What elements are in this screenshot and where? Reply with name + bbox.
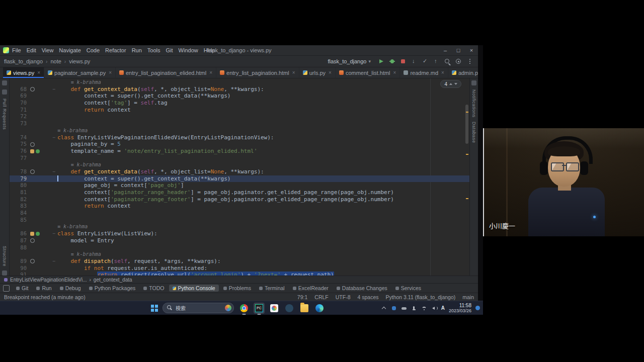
code-editor[interactable]: ≡ k-brahma68− def get_context_data(self,…	[10, 78, 469, 276]
code-line-72[interactable]: 72	[10, 113, 469, 120]
notifications-bell-icon[interactable]	[471, 80, 476, 85]
gutter[interactable]	[10, 161, 57, 168]
line-number[interactable]: 88	[10, 244, 27, 251]
toolwindow-services[interactable]: Services	[392, 285, 425, 292]
line-number[interactable]: 74	[10, 134, 27, 141]
menu-run[interactable]: Run	[132, 47, 142, 53]
menu-window[interactable]: Window	[179, 47, 198, 53]
toolwindow-run[interactable]: Run	[33, 285, 55, 292]
override-marker-icon[interactable]	[30, 87, 35, 92]
code-line-91[interactable]: 91 return redirect(resolve_url('account_…	[10, 272, 469, 276]
gutter[interactable]: 76	[10, 148, 57, 155]
close-tab-icon[interactable]: ×	[37, 70, 40, 75]
line-number[interactable]: 75	[10, 141, 27, 148]
gutter[interactable]: 82	[10, 196, 57, 203]
warning-stripe-mark[interactable]	[466, 112, 468, 113]
tab-paginator-sample-py[interactable]: paginator_sample.py×	[44, 67, 116, 78]
code-line-81[interactable]: 81 context['paginator_range_header'] = p…	[10, 189, 469, 196]
code-line-69[interactable]: 69 context = super().get_context_data(**…	[10, 93, 469, 100]
gutter[interactable]: 70	[10, 100, 57, 107]
menu-git[interactable]: Git	[166, 47, 173, 53]
toolwindow-debug[interactable]: Debug	[56, 285, 85, 292]
code-breadcrumb-0[interactable]: EntryListViewPaginationElidedVi...	[10, 277, 87, 283]
code-line-86[interactable]: 86−class EntryListView(ListView):	[10, 230, 469, 237]
status-utf-8[interactable]: UTF-8	[336, 294, 351, 300]
gutter[interactable]: 72	[10, 113, 57, 120]
gutter[interactable]: 77	[10, 155, 57, 162]
line-number[interactable]: 85	[10, 217, 27, 224]
breadcrumb-flask-to-django[interactable]: flask_to_django	[4, 58, 43, 64]
fold-icon[interactable]: −	[50, 86, 57, 93]
gutter[interactable]: 73	[10, 120, 57, 127]
run-marker-icon[interactable]	[36, 232, 40, 236]
tab-views-py[interactable]: views.py×	[3, 67, 44, 78]
gutter[interactable]: 89−	[10, 258, 57, 265]
toolwindow-python-console[interactable]: Python Console	[169, 285, 219, 292]
gutter[interactable]	[10, 223, 57, 230]
code-line-83[interactable]: 83 return context	[10, 203, 469, 210]
commit-toolwindow-icon[interactable]	[2, 89, 7, 95]
taskbar-app-pycharm[interactable]	[254, 303, 265, 314]
wifi-icon[interactable]	[421, 305, 427, 311]
code-line-76[interactable]: 76 template_name = 'note/entry_list_pagi…	[10, 148, 469, 155]
chevron-up-icon[interactable]	[381, 305, 387, 311]
search-input[interactable]: 検索	[163, 303, 234, 313]
code-line-70[interactable]: 70 context['tag'] = self.tag	[10, 100, 469, 107]
line-number[interactable]: 77	[10, 155, 27, 162]
line-number[interactable]: 70	[10, 100, 27, 107]
taskbar-app-chrome[interactable]	[238, 303, 250, 314]
line-number[interactable]	[10, 79, 27, 86]
status-4-spaces[interactable]: 4 spaces	[357, 294, 378, 300]
line-number[interactable]	[10, 251, 27, 258]
line-number[interactable]	[10, 223, 27, 230]
commit-check-icon[interactable]	[421, 57, 430, 65]
line-number[interactable]: 89	[10, 258, 27, 265]
tab-readme-md[interactable]: readme.md×	[400, 67, 448, 78]
tab-urls-py[interactable]: urls.py×	[299, 67, 336, 78]
code-breadcrumb-1[interactable]: get_context_data	[94, 277, 132, 283]
override-marker-icon[interactable]	[30, 259, 35, 263]
toolwindow-terminal[interactable]: Terminal	[256, 285, 288, 292]
menu-edit[interactable]: Edit	[27, 47, 36, 53]
author-inlay-row[interactable]: ≡ k-brahma	[10, 251, 469, 258]
breadcrumb-views-py[interactable]: views.py	[69, 58, 90, 64]
close-button[interactable]: ×	[468, 47, 475, 53]
gutter[interactable]: 80	[10, 182, 57, 189]
code-line-80[interactable]: 80 page_obj = context['page_obj']	[10, 182, 469, 189]
gutter[interactable]: 91	[10, 272, 57, 276]
gutter[interactable]: 90	[10, 265, 57, 272]
project-toolwindow-icon[interactable]	[2, 80, 7, 85]
toolwindow-database-changes[interactable]: Database Changes	[333, 285, 391, 292]
fold-icon[interactable]: −	[50, 134, 57, 141]
line-number[interactable]: 78	[10, 168, 27, 175]
code-line-68[interactable]: 68− def get_context_data(self, *, object…	[10, 86, 469, 93]
code-line-77[interactable]: 77	[10, 155, 469, 162]
template-marker-icon[interactable]	[30, 232, 34, 236]
line-number[interactable]: 79	[10, 175, 27, 183]
line-number[interactable]: 86	[10, 230, 27, 237]
close-tab-icon[interactable]: ×	[209, 70, 212, 75]
author-inlay-row[interactable]: ≡ k-brahma	[10, 161, 469, 168]
notification-badge[interactable]	[475, 306, 480, 310]
line-number[interactable]: 90	[10, 265, 27, 272]
git-update-icon[interactable]	[410, 57, 419, 65]
volume-icon[interactable]	[431, 305, 437, 311]
line-number[interactable]: 87	[10, 237, 27, 244]
toolwindow-switcher-icon[interactable]	[3, 285, 10, 292]
toolwindow-excelreader[interactable]: ExcelReader	[289, 285, 332, 292]
gutter[interactable]: 86−	[10, 230, 57, 237]
line-number[interactable]: 82	[10, 196, 27, 203]
gutter[interactable]	[10, 251, 57, 258]
mic-icon[interactable]	[411, 305, 417, 311]
settings-icon[interactable]	[454, 57, 463, 65]
toolwindow-pull-requests[interactable]: Pull Requests	[2, 99, 7, 130]
maximize-button[interactable]: □	[455, 47, 462, 53]
tab-admin-py[interactable]: admin.py×	[448, 67, 478, 78]
gutter[interactable]	[10, 127, 57, 134]
gutter[interactable]: 85	[10, 217, 57, 224]
toolwindow-structure[interactable]: Structure	[2, 246, 7, 266]
code-line-87[interactable]: 87 model = Entry	[10, 237, 469, 244]
status-79-1[interactable]: 79:1	[297, 294, 307, 300]
gutter[interactable]: 87	[10, 237, 57, 244]
code-line-74[interactable]: 74−class EntryListViewPaginationElidedVi…	[10, 134, 469, 141]
